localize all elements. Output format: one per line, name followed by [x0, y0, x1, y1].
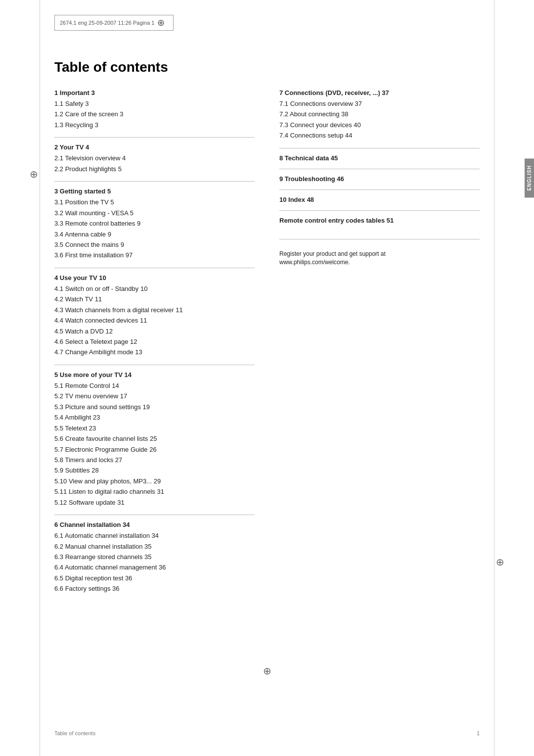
- section-1-item-0: 1.1 Safety 3: [54, 98, 255, 109]
- section-5-header: 5 Use more of your TV 14: [54, 371, 255, 378]
- section-1-item-1: 1.2 Care of the screen 3: [54, 109, 255, 119]
- section-2-item-1: 2.2 Product highlights 5: [54, 164, 255, 174]
- divider-4: [54, 365, 255, 365]
- register-section: Register your product and get support at…: [279, 239, 480, 266]
- page-title: Table of contents: [54, 59, 480, 75]
- section-5-item-6: 5.7 Electronic Programme Guide 26: [54, 444, 255, 455]
- lang-tab: ENGLISH: [525, 158, 534, 197]
- section-3-item-2: 3.3 Remote control batteries 9: [54, 218, 255, 229]
- section-5-item-5: 5.6 Create favourite channel lists 25: [54, 433, 255, 444]
- section-2-item-0: 2.1 Television overview 4: [54, 153, 255, 163]
- divider-10: [279, 210, 480, 211]
- section-5-item-10: 5.11 Listen to digital radio channels 31: [54, 486, 255, 497]
- section-6-item-0: 6.1 Automatic channel installation 34: [54, 530, 255, 541]
- section-5-item-2: 5.3 Picture and sound settings 19: [54, 402, 255, 412]
- footer-right: 1: [477, 730, 480, 736]
- section-7-item-2: 7.3 Connect your devices 40: [279, 120, 480, 130]
- section-6-item-5: 6.6 Factory settings 36: [54, 583, 255, 594]
- section-6-item-3: 6.4 Automatic channel management 36: [54, 562, 255, 572]
- section-6: 6 Channel installation 34 6.1 Automatic …: [54, 521, 255, 594]
- section-6-header: 6 Channel installation 34: [54, 521, 255, 528]
- section-4-item-3: 4.4 Watch connected devices 11: [54, 315, 255, 326]
- page-footer: Table of contents 1: [54, 730, 480, 736]
- section-7: 7 Connections (DVD, receiver, ...) 37 7.…: [279, 89, 480, 141]
- divider-3: [54, 268, 255, 268]
- section-3-item-4: 3.5 Connect the mains 9: [54, 239, 255, 250]
- section-1: 1 Important 3 1.1 Safety 3 1.2 Care of t…: [54, 89, 255, 130]
- section-3-item-0: 3.1 Position the TV 5: [54, 197, 255, 207]
- footer-left: Table of contents: [54, 730, 95, 736]
- section-5-item-11: 5.12 Software update 31: [54, 497, 255, 508]
- register-url: www.philips.com/welcome.: [279, 259, 480, 266]
- register-text: Register your product and get support at: [279, 249, 480, 259]
- section-10: 10 Index 48: [279, 196, 480, 203]
- section-remote-header: Remote control entry codes tables 51: [279, 217, 480, 224]
- section-3-item-3: 3.4 Antenna cable 9: [54, 229, 255, 239]
- section-3-item-5: 3.6 First time installation 97: [54, 250, 255, 260]
- section-6-item-2: 6.3 Rearrange stored channels 35: [54, 552, 255, 562]
- section-7-item-1: 7.2 About connecting 38: [279, 109, 480, 119]
- section-5-item-3: 5.4 Ambilight 23: [54, 412, 255, 423]
- section-5: 5 Use more of your TV 14 5.1 Remote Cont…: [54, 371, 255, 508]
- section-4-item-0: 4.1 Switch on or off - Standby 10: [54, 284, 255, 294]
- main-content: Table of contents 1 Important 3 1.1 Safe…: [54, 59, 480, 601]
- divider-8: [279, 169, 480, 169]
- section-8-header: 8 Technical data 45: [279, 154, 480, 162]
- section-1-header: 1 Important 3: [54, 89, 255, 96]
- section-7-item-0: 7.1 Connections overview 37: [279, 98, 480, 109]
- section-1-item-2: 1.3 Recycling 3: [54, 120, 255, 130]
- reg-mark-bottom: ⊕: [263, 665, 271, 677]
- section-3: 3 Getting started 5 3.1 Position the TV …: [54, 188, 255, 261]
- border-right: [494, 0, 494, 756]
- divider-5: [54, 515, 255, 515]
- section-4-item-1: 4.2 Watch TV 11: [54, 294, 255, 304]
- section-3-header: 3 Getting started 5: [54, 188, 255, 195]
- section-6-item-4: 6.5 Digital reception test 36: [54, 573, 255, 583]
- section-4-item-5: 4.6 Select a Teletext page 12: [54, 336, 255, 347]
- section-7-item-3: 7.4 Connections setup 44: [279, 130, 480, 141]
- print-header-text: 2674.1 eng 25-09-2007 11:26 Pagina 1: [60, 20, 154, 26]
- divider-1: [54, 137, 255, 138]
- section-remote: Remote control entry codes tables 51: [279, 217, 480, 224]
- section-4-item-6: 4.7 Change Ambilight mode 13: [54, 347, 255, 357]
- page-wrapper: 2674.1 eng 25-09-2007 11:26 Pagina 1 ENG…: [0, 0, 534, 756]
- divider-9: [279, 189, 480, 190]
- section-9: 9 Troubleshooting 46: [279, 175, 480, 183]
- reg-mark-header: [157, 17, 168, 28]
- section-5-item-0: 5.1 Remote Control 14: [54, 380, 255, 391]
- section-9-header: 9 Troubleshooting 46: [279, 175, 480, 183]
- right-column: 7 Connections (DVD, receiver, ...) 37 7.…: [279, 89, 480, 601]
- section-5-item-8: 5.9 Subtitles 28: [54, 465, 255, 475]
- border-left: [40, 0, 40, 756]
- reg-mark-left: ⊕: [30, 168, 38, 180]
- section-8: 8 Technical data 45: [279, 154, 480, 162]
- section-10-header: 10 Index 48: [279, 196, 480, 203]
- section-5-item-1: 5.2 TV menu overview 17: [54, 391, 255, 401]
- section-7-header: 7 Connections (DVD, receiver, ...) 37: [279, 89, 480, 96]
- section-4-item-4: 4.5 Watch a DVD 12: [54, 326, 255, 336]
- section-2: 2 Your TV 4 2.1 Television overview 4 2.…: [54, 143, 255, 174]
- section-4-item-2: 4.3 Watch channels from a digital receiv…: [54, 305, 255, 315]
- section-3-item-1: 3.2 Wall mounting - VESA 5: [54, 208, 255, 218]
- divider-7: [279, 148, 480, 148]
- section-2-header: 2 Your TV 4: [54, 143, 255, 151]
- print-header: 2674.1 eng 25-09-2007 11:26 Pagina 1: [54, 15, 174, 31]
- section-6-item-1: 6.2 Manual channel installation 35: [54, 541, 255, 552]
- divider-2: [54, 181, 255, 182]
- columns-wrapper: 1 Important 3 1.1 Safety 3 1.2 Care of t…: [54, 89, 480, 601]
- section-4-header: 4 Use your TV 10: [54, 274, 255, 282]
- reg-mark-right: ⊕: [496, 556, 504, 568]
- section-5-item-4: 5.5 Teletext 23: [54, 423, 255, 433]
- section-4: 4 Use your TV 10 4.1 Switch on or off - …: [54, 274, 255, 358]
- section-5-item-9: 5.10 View and play photos, MP3... 29: [54, 476, 255, 486]
- left-column: 1 Important 3 1.1 Safety 3 1.2 Care of t…: [54, 89, 255, 601]
- section-5-item-7: 5.8 Timers and locks 27: [54, 455, 255, 465]
